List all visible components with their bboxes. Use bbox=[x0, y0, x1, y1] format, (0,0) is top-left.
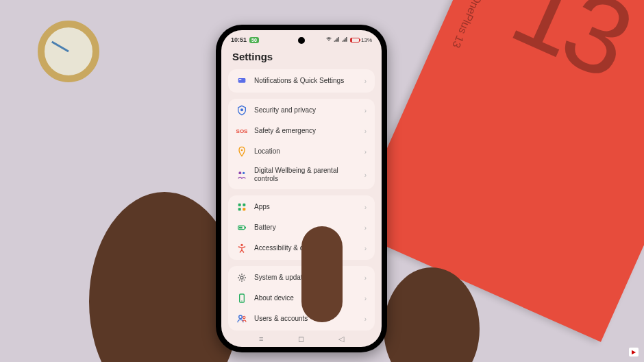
chevron-right-icon: › bbox=[364, 107, 367, 114]
signal-2-icon bbox=[342, 36, 349, 44]
settings-row-sos[interactable]: SOSSafety & emergency› bbox=[228, 121, 375, 141]
shield-icon bbox=[236, 105, 247, 116]
users-icon bbox=[236, 313, 247, 324]
chevron-right-icon: › bbox=[364, 224, 367, 232]
svg-point-16 bbox=[241, 300, 242, 301]
svg-point-4 bbox=[238, 171, 241, 174]
svg-rect-12 bbox=[239, 227, 243, 229]
settings-row-shield[interactable]: Security and privacy› bbox=[228, 100, 375, 121]
row-label: Apps bbox=[254, 203, 358, 211]
box-brand-text: OnePlus 13 bbox=[449, 0, 484, 50]
settings-row-location[interactable]: Location› bbox=[228, 141, 375, 162]
page-title: Settings bbox=[221, 47, 382, 69]
row-label: Security and privacy bbox=[254, 106, 358, 114]
battery-icon bbox=[350, 38, 360, 43]
settings-group: Security and privacy›SOSSafety & emergen… bbox=[228, 99, 375, 189]
apps-icon bbox=[236, 202, 247, 213]
chevron-right-icon: › bbox=[364, 295, 367, 302]
svg-rect-9 bbox=[243, 208, 245, 210]
svg-rect-11 bbox=[245, 227, 246, 229]
svg-rect-8 bbox=[238, 208, 241, 210]
accessibility-icon bbox=[236, 243, 247, 254]
settings-row-apps[interactable]: Apps› bbox=[228, 197, 375, 217]
location-icon bbox=[236, 146, 247, 157]
battery-percent: 13% bbox=[361, 37, 372, 43]
row-label: Digital Wellbeing & parental controls bbox=[254, 167, 358, 183]
desk-clock bbox=[38, 21, 99, 82]
row-label: Notifications & Quick Settings bbox=[254, 77, 358, 85]
chevron-right-icon: › bbox=[364, 245, 367, 252]
nav-bar: ≡ ◻ ◁ bbox=[221, 335, 382, 343]
battery-icon bbox=[236, 222, 247, 233]
chevron-right-icon: › bbox=[364, 204, 367, 211]
wellbeing-icon bbox=[236, 169, 247, 180]
chevron-right-icon: › bbox=[364, 77, 367, 85]
svg-rect-7 bbox=[243, 204, 245, 206]
svg-rect-0 bbox=[238, 78, 246, 83]
settings-row-battery[interactable]: Battery› bbox=[228, 217, 375, 238]
signal-icon bbox=[334, 36, 340, 44]
svg-rect-1 bbox=[239, 79, 241, 80]
settings-row-users[interactable]: Users & accounts› bbox=[228, 309, 375, 329]
row-label: Safety & emergency bbox=[254, 127, 358, 135]
status-badge: 50 bbox=[249, 37, 259, 43]
svg-point-5 bbox=[243, 172, 245, 174]
wifi-icon bbox=[325, 36, 332, 44]
svg-point-14 bbox=[240, 276, 243, 279]
row-label: Location bbox=[254, 147, 358, 156]
svg-rect-6 bbox=[238, 204, 241, 206]
chevron-right-icon: › bbox=[364, 148, 367, 156]
box-model-number: 13 bbox=[495, 0, 644, 101]
settings-row-wellbeing[interactable]: Digital Wellbeing & parental controls› bbox=[228, 162, 375, 188]
gear-icon bbox=[236, 272, 247, 283]
nav-back[interactable]: ◁ bbox=[338, 335, 344, 343]
sos-icon: SOS bbox=[236, 125, 247, 136]
settings-group: Notifications & Quick Settings› bbox=[228, 69, 375, 93]
row-label: Users & accounts bbox=[254, 315, 358, 323]
svg-point-13 bbox=[240, 244, 243, 246]
chevron-right-icon: › bbox=[364, 171, 367, 179]
nav-recent[interactable]: ≡ bbox=[259, 335, 263, 343]
chevron-right-icon: › bbox=[364, 274, 367, 282]
chevron-right-icon: › bbox=[364, 315, 367, 323]
punch-hole-camera bbox=[298, 37, 305, 44]
notification-icon bbox=[236, 75, 247, 86]
settings-row-notification[interactable]: Notifications & Quick Settings› bbox=[228, 71, 375, 91]
svg-point-17 bbox=[239, 315, 243, 319]
nav-home[interactable]: ◻ bbox=[298, 335, 304, 343]
svg-point-3 bbox=[241, 149, 243, 152]
svg-point-18 bbox=[243, 316, 245, 318]
status-time: 10:51 bbox=[231, 36, 247, 43]
thumb bbox=[301, 226, 343, 322]
watermark: ▶ bbox=[629, 348, 639, 357]
device-icon bbox=[236, 293, 247, 304]
chevron-right-icon: › bbox=[364, 128, 367, 135]
row-label: Battery bbox=[254, 224, 358, 232]
svg-point-2 bbox=[240, 108, 243, 111]
